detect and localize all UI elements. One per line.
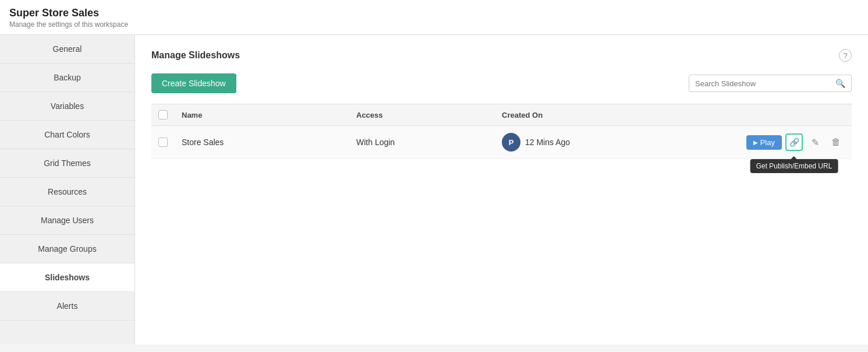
create-slideshow-button[interactable]: Create Slideshow bbox=[151, 73, 236, 93]
sidebar-item-resources[interactable]: Resources bbox=[0, 178, 134, 206]
table-header-access: Access bbox=[349, 104, 495, 126]
delete-button[interactable]: 🗑 bbox=[827, 133, 845, 151]
sidebar-item-general[interactable]: General bbox=[0, 35, 134, 64]
sidebar-item-alerts[interactable]: Alerts bbox=[0, 292, 134, 321]
link-icon: 🔗 bbox=[789, 138, 799, 147]
slideshows-table: Name Access Created On Store Sales With … bbox=[151, 104, 852, 159]
table-body: Store Sales With Login P 12 Mins Ago Pla… bbox=[151, 126, 852, 159]
edit-button[interactable]: ✎ bbox=[806, 133, 824, 151]
created-cell-content: P 12 Mins Ago bbox=[502, 133, 662, 152]
workspace-title: Super Store Sales bbox=[9, 7, 859, 19]
row-actions-cell: Play 🔗 Get Publish/Embed URL ✎ bbox=[669, 126, 852, 159]
avatar: P bbox=[502, 133, 520, 152]
sidebar-item-variables[interactable]: Variables bbox=[0, 92, 134, 121]
sidebar: General Backup Variables Chart Colors Gr… bbox=[0, 35, 135, 344]
table-header-created-on: Created On bbox=[495, 104, 669, 126]
table-header-actions bbox=[669, 104, 852, 126]
search-icon: 🔍 bbox=[835, 79, 845, 88]
toolbar: Create Slideshow 🔍 bbox=[151, 73, 852, 93]
search-input[interactable] bbox=[695, 79, 835, 88]
sidebar-item-manage-groups[interactable]: Manage Groups bbox=[0, 235, 134, 263]
slideshow-access: With Login bbox=[356, 138, 395, 147]
play-button[interactable]: Play bbox=[746, 135, 782, 150]
main-layout: General Backup Variables Chart Colors Gr… bbox=[0, 35, 868, 344]
select-all-checkbox[interactable] bbox=[158, 110, 168, 119]
publish-embed-url-button[interactable]: 🔗 bbox=[785, 133, 803, 151]
page-header: Super Store Sales Manage the settings of… bbox=[0, 0, 868, 35]
table-header-name: Name bbox=[175, 104, 349, 126]
row-checkbox-cell bbox=[151, 126, 175, 159]
row-checkbox[interactable] bbox=[158, 138, 168, 147]
row-access-cell: With Login bbox=[349, 126, 495, 159]
workspace-subtitle: Manage the settings of this workspace bbox=[9, 20, 859, 29]
page-title: Manage Slideshows bbox=[151, 50, 240, 61]
link-button-wrapper: 🔗 Get Publish/Embed URL bbox=[785, 133, 803, 151]
sidebar-item-manage-users[interactable]: Manage Users bbox=[0, 206, 134, 235]
help-icon[interactable]: ? bbox=[839, 49, 852, 62]
main-content: Manage Slideshows ? Create Slideshow 🔍 N… bbox=[135, 35, 868, 344]
table-header: Name Access Created On bbox=[151, 104, 852, 126]
content-header: Manage Slideshows ? bbox=[151, 49, 852, 62]
delete-icon: 🗑 bbox=[831, 137, 841, 147]
slideshow-name: Store Sales bbox=[182, 138, 224, 147]
table-header-checkbox bbox=[151, 104, 175, 126]
table-row: Store Sales With Login P 12 Mins Ago Pla… bbox=[151, 126, 852, 159]
sidebar-item-backup[interactable]: Backup bbox=[0, 64, 134, 92]
search-box: 🔍 bbox=[689, 75, 852, 92]
row-name-cell: Store Sales bbox=[175, 126, 349, 159]
sidebar-item-grid-themes[interactable]: Grid Themes bbox=[0, 149, 134, 178]
created-on-text: 12 Mins Ago bbox=[525, 138, 570, 147]
tooltip-publish-embed: Get Publish/Embed URL bbox=[750, 159, 838, 173]
row-created-cell: P 12 Mins Ago bbox=[495, 126, 669, 159]
row-actions: Play 🔗 Get Publish/Embed URL ✎ bbox=[746, 133, 845, 151]
sidebar-item-slideshows[interactable]: Slideshows bbox=[0, 263, 134, 292]
edit-icon: ✎ bbox=[812, 137, 819, 148]
sidebar-item-chart-colors[interactable]: Chart Colors bbox=[0, 121, 134, 149]
